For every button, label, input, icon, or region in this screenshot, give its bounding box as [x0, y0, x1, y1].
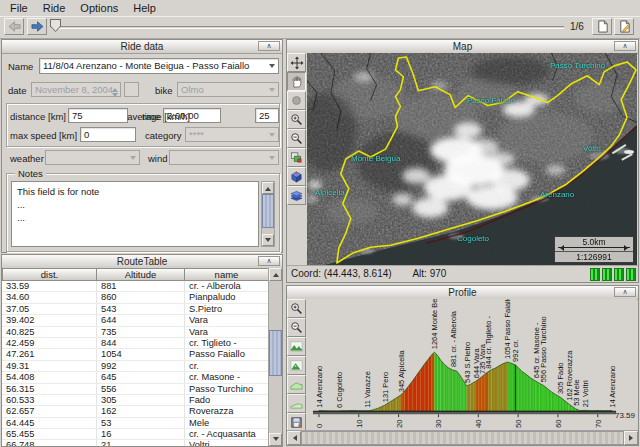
map-collapse-button[interactable]: ∧	[614, 41, 636, 51]
date-label: date	[8, 85, 27, 96]
map-zoom-out-button[interactable]	[287, 129, 306, 148]
profile-collapse-button[interactable]: ∧	[614, 287, 636, 297]
table-row[interactable]: 65.45516cr. - Acquasanta	[2, 429, 269, 440]
scroll-down-icon[interactable]	[262, 234, 274, 246]
chevron-down-icon	[130, 156, 136, 163]
table-row[interactable]: 60.533305Fado	[2, 395, 269, 406]
x-tick-label: 0	[315, 423, 324, 428]
layers-tool-button[interactable]	[287, 148, 306, 167]
scroll-left-icon[interactable]	[287, 431, 301, 445]
table-row[interactable]: 40.825735Vara	[2, 327, 269, 338]
table-cell: 992	[97, 361, 185, 371]
new-note-icon	[596, 20, 609, 33]
map-canvas[interactable]: 5.0km 1:126991 Passo TurchinoPasso Faial…	[307, 53, 637, 266]
table-row[interactable]: 62.657162Roverazza	[2, 406, 269, 417]
route-table-scrollbar[interactable]	[268, 268, 282, 446]
move-tool-button[interactable]	[287, 53, 306, 72]
previous-ride-button[interactable]	[4, 18, 24, 35]
scroll-right-icon[interactable]	[624, 431, 638, 445]
category-combobox[interactable]: ****	[185, 127, 279, 142]
map-place-label: Alpicella	[315, 188, 345, 197]
chevron-down-icon	[269, 88, 275, 95]
map-zoom-in-button[interactable]	[287, 110, 306, 129]
average-field[interactable]: 25	[255, 108, 279, 123]
spinner-arrows-icon	[112, 84, 119, 97]
notes-textarea[interactable]: This field is for note ... ...	[11, 181, 259, 247]
mountain-snow-view-button[interactable]	[287, 356, 306, 375]
weather-combobox[interactable]	[45, 150, 140, 165]
notes-scrollbar[interactable]	[261, 181, 275, 247]
table-cell: Pianpaludo	[185, 292, 269, 302]
x-end-label: 73.59	[615, 411, 636, 420]
area-flat-view-button[interactable]	[287, 394, 306, 413]
profile-zoom-out-button[interactable]	[287, 318, 306, 337]
table-row[interactable]: 42.459844cr. Tiglieto -	[2, 338, 269, 349]
category-value: ****	[189, 129, 204, 140]
max-speed-field[interactable]: 0	[80, 127, 136, 142]
profile-waypoint-label: 14 Arenzano	[315, 366, 324, 408]
profile-plot[interactable]: 01020304050607073.5914 Arenzano6 Cogolet…	[307, 299, 637, 430]
hand-tool-button[interactable]	[287, 72, 306, 91]
route-table-collapse-button[interactable]: ∧	[258, 256, 280, 266]
select-tool-button[interactable]	[287, 91, 306, 110]
profile-hscrollbar[interactable]	[287, 430, 638, 445]
stack-tool-button[interactable]	[287, 186, 306, 205]
menu-item-file[interactable]: File	[4, 1, 37, 15]
profile-waypoint-label: 844 cr. Tiglieto -	[484, 316, 493, 369]
menu-item-ride[interactable]: Ride	[37, 1, 75, 15]
ride-slider-thumb[interactable]	[50, 19, 61, 32]
scroll-up-icon[interactable]	[262, 182, 274, 194]
date-spinner[interactable]: November 8, 2004	[31, 82, 121, 97]
table-cell: S.Pietro	[185, 304, 269, 314]
profile-scroll-thumb[interactable]	[301, 431, 624, 445]
menu-item-help[interactable]: Help	[127, 1, 165, 15]
table-cell: 1054	[97, 349, 185, 359]
mountains-view-button[interactable]	[287, 337, 306, 356]
edit-note-button[interactable]	[614, 18, 634, 35]
ride-data-panel: Ride data ∧ Name 11/8/04 Arenzano - Mont…	[1, 39, 283, 253]
table-row[interactable]: 39.402644Vara	[2, 315, 269, 326]
profile-waypoint-label: 992 cr.	[511, 339, 520, 361]
new-note-button[interactable]	[592, 18, 612, 35]
altitude-readout: Alt: 970	[412, 268, 446, 279]
column-header-dist[interactable]: dist.	[2, 268, 97, 281]
ride-name-combobox[interactable]: 11/8/04 Arenzano - Monte Beigua - Passo …	[39, 58, 279, 74]
scroll-down-icon[interactable]	[269, 433, 282, 446]
x-tick-label: 60	[554, 419, 563, 428]
wind-combobox[interactable]	[169, 150, 279, 165]
profile-waypoint-label: 131 Pero	[381, 372, 390, 402]
table-row[interactable]: 37.05543S.Pietro	[2, 304, 269, 315]
distance-field[interactable]: 75	[68, 108, 128, 123]
save-icon	[290, 416, 303, 429]
profile-zoom-in-button[interactable]	[287, 299, 306, 318]
table-row[interactable]: 64.44553Mele	[2, 418, 269, 429]
chevron-down-icon	[269, 64, 275, 71]
calendar-button[interactable]	[124, 82, 139, 97]
area-view-button[interactable]	[287, 375, 306, 394]
zoom-in-icon	[290, 302, 303, 315]
coordinates-readout: Coord: (44.443, 8.614)	[291, 268, 392, 279]
menu-item-options[interactable]: Options	[74, 1, 127, 15]
table-row[interactable]: 33.59881cr. - Alberola	[2, 281, 269, 292]
column-header-altitude[interactable]: Altitude	[97, 268, 185, 281]
cube-tool-button[interactable]	[287, 167, 306, 186]
table-row[interactable]: 66.74821Voltri	[2, 440, 269, 446]
wind-label: wind	[148, 153, 168, 164]
table-row[interactable]: 34.60860Pianpaludo	[2, 292, 269, 303]
ride-slider-track[interactable]	[52, 26, 564, 29]
column-header-name[interactable]: name	[185, 268, 269, 281]
weather-label: weather	[10, 153, 44, 164]
scroll-up-icon[interactable]	[269, 268, 282, 281]
green-led-icon	[614, 268, 624, 281]
ride-data-collapse-button[interactable]: ∧	[258, 41, 280, 51]
bike-combobox[interactable]: Olmo	[177, 82, 279, 97]
table-row[interactable]: 47.2611054Passo Faiallo	[2, 349, 269, 360]
scale-ratio: 1:126991	[555, 251, 633, 262]
next-ride-button[interactable]	[27, 18, 47, 35]
table-row[interactable]: 56.315556Passo Turchino	[2, 384, 269, 395]
table-row[interactable]: 49.31992cr.	[2, 361, 269, 372]
table-row[interactable]: 54.408645cr. Masone -	[2, 372, 269, 383]
notes-scroll-thumb[interactable]	[262, 194, 274, 228]
x-tick-label: 10	[355, 419, 364, 428]
route-scroll-thumb[interactable]	[269, 330, 282, 376]
